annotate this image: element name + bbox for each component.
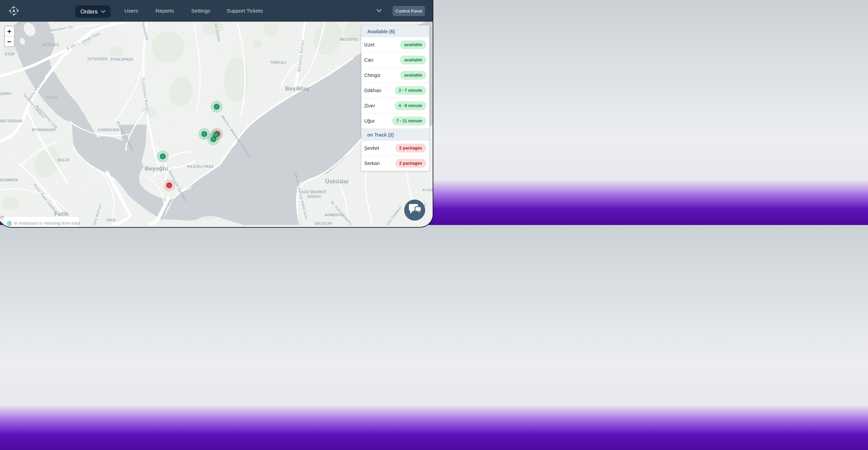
svg-text:AZIZ MAHMUT: AZIZ MAHMUT [301, 190, 327, 194]
svg-text:Beyoğlu: Beyoğlu [144, 165, 168, 172]
svg-text:FETIHTEPE: FETIHTEPE [87, 57, 108, 61]
svg-text:CAMIIKEBIR: CAMIIKEBIR [98, 128, 120, 132]
svg-text:KILIÇALI PAŞA: KILIÇALI PAŞA [187, 165, 214, 168]
svg-text:DEFTERDAR: DEFTERDAR [0, 119, 22, 123]
svg-text:AYVANSARAY: AYVANSARAY [32, 128, 56, 132]
svg-text:TÜRKALI: TÜRKALI [270, 60, 286, 64]
svg-text:ŞANCI: ŞANCI [0, 92, 12, 96]
svg-text:VEFA: VEFA [106, 218, 116, 222]
svg-text:PIYALEPAŞA: PIYALEPAŞA [111, 58, 133, 61]
svg-text:EYÜP: EYÜP [5, 52, 15, 56]
svg-text:Kısıkl: Kısıkl [422, 188, 433, 192]
svg-text:SALACAK: SALACAK [315, 222, 333, 225]
svg-text:Beşiktaş: Beşiktaş [285, 85, 310, 92]
svg-text:Üsküdar: Üsküdar [325, 178, 349, 185]
svg-text:MECIDIYE: MECIDIYE [340, 38, 358, 41]
svg-text:BALAT: BALAT [58, 158, 70, 162]
svg-text:RAGÜMRÜK: RAGÜMRÜK [0, 178, 18, 182]
svg-text:Haliç: Haliç [46, 95, 58, 100]
svg-text:HÜDAYI: HÜDAYI [307, 195, 321, 199]
svg-text:SÜTLÜCE: SÜTLÜCE [42, 43, 59, 47]
